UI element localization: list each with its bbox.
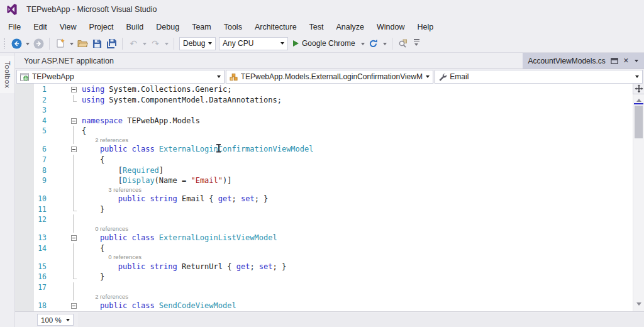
start-debugging-button[interactable]: Google Chrome bbox=[291, 39, 357, 48]
save-all-button[interactable] bbox=[106, 36, 117, 50]
toolbar-drag-handle[interactable] bbox=[3, 38, 6, 49]
code-line[interactable]: 8[Required] bbox=[15, 165, 633, 176]
undo-button[interactable]: ↶ bbox=[128, 36, 139, 50]
code-line[interactable]: 18public class SendCodeViewModel bbox=[15, 301, 633, 311]
type-dropdown[interactable]: TEPwebApp.Models.ExternalLoginConfirmati… bbox=[226, 70, 434, 84]
tab-accountviewmodels-preview[interactable]: AccountViewModels.cs ✕ bbox=[523, 53, 644, 69]
undo-dropdown[interactable] bbox=[143, 43, 147, 47]
scrollbar-thumb[interactable] bbox=[635, 106, 643, 138]
navigate-backward-dropdown[interactable] bbox=[26, 43, 30, 47]
menu-item-file[interactable]: File bbox=[2, 20, 27, 34]
tab-list-dropdown[interactable] bbox=[635, 60, 638, 64]
menu-item-edit[interactable]: Edit bbox=[27, 20, 53, 34]
menu-item-view[interactable]: View bbox=[53, 20, 83, 34]
code-line[interactable]: 10public string Email { get; set; } bbox=[15, 194, 633, 204]
run-target-dropdown[interactable] bbox=[361, 43, 365, 47]
menu-item-project[interactable]: Project bbox=[83, 20, 120, 34]
code-line[interactable]: 2using System.ComponentModel.DataAnnotat… bbox=[15, 95, 633, 106]
menu-item-debug[interactable]: Debug bbox=[150, 20, 186, 34]
menu-item-team[interactable]: Team bbox=[186, 20, 218, 34]
solution-platform-dropdown[interactable]: Any CPU bbox=[219, 37, 288, 50]
main-toolbar: ↶ ↷ Debug Any CPU Google Chrome bbox=[0, 35, 644, 53]
save-button[interactable] bbox=[91, 36, 103, 50]
close-icon[interactable]: ✕ bbox=[623, 57, 629, 64]
scroll-up-arrow-icon[interactable] bbox=[636, 96, 641, 102]
outline-collapse-button[interactable] bbox=[69, 233, 78, 243]
menu-item-tools[interactable]: Tools bbox=[218, 20, 248, 34]
redo-dropdown[interactable] bbox=[165, 43, 169, 47]
window-title: TEPwebApp - Microsoft Visual Studio bbox=[26, 5, 157, 14]
back-icon bbox=[11, 38, 22, 49]
outline-collapse-button[interactable] bbox=[69, 301, 78, 311]
play-icon bbox=[293, 40, 299, 47]
navigate-forward-button[interactable] bbox=[33, 36, 44, 50]
line-number: 17 bbox=[15, 282, 52, 293]
outline-guide bbox=[69, 214, 78, 225]
outline-guide bbox=[69, 126, 78, 136]
codelens-references[interactable]: 0 references bbox=[91, 225, 128, 233]
outline-collapse-button[interactable] bbox=[69, 144, 78, 155]
scroll-down-arrow-icon[interactable] bbox=[636, 302, 641, 308]
line-number: 7 bbox=[15, 155, 52, 165]
code-line[interactable]: 9[Display(Name = "Email")] bbox=[15, 175, 633, 186]
code-line[interactable]: 5{ bbox=[15, 126, 633, 136]
navigate-backward-button[interactable] bbox=[11, 36, 22, 50]
new-file-button[interactable] bbox=[55, 36, 66, 50]
code-line[interactable]: 4namespace TEPwebApp.Models bbox=[15, 116, 633, 126]
code-line[interactable]: 13public class ExternalLoginListViewMode… bbox=[15, 233, 633, 243]
editor-split-handle[interactable] bbox=[633, 84, 644, 94]
line-number: 15 bbox=[15, 262, 52, 272]
horizontal-scrollbar[interactable] bbox=[78, 313, 644, 327]
find-in-files-button[interactable] bbox=[397, 36, 409, 50]
open-file-button[interactable] bbox=[77, 36, 88, 50]
navigation-bar: TEPwebApp TEPwebApp.Models.ExternalLogin… bbox=[15, 70, 644, 84]
browser-link-dropdown[interactable] bbox=[383, 43, 387, 47]
outline-collapse-button[interactable] bbox=[69, 84, 78, 95]
menu-item-window[interactable]: Window bbox=[370, 20, 411, 34]
code-line[interactable]: 16} bbox=[15, 272, 633, 282]
code-line[interactable]: 15public string ReturnUrl { get; set; } bbox=[15, 262, 633, 272]
tab-your-aspnet-application[interactable]: Your ASP.NET application bbox=[24, 57, 114, 65]
code-line[interactable]: 12 bbox=[15, 214, 633, 225]
menu-item-test[interactable]: Test bbox=[303, 20, 330, 34]
code-text: public class ExternalLoginConfirmationVi… bbox=[78, 144, 313, 155]
menu-item-build[interactable]: Build bbox=[119, 20, 150, 34]
keep-open-icon[interactable] bbox=[611, 58, 618, 64]
menu-item-architecture[interactable]: Architecture bbox=[248, 20, 303, 34]
menu-item-analyze[interactable]: Analyze bbox=[330, 20, 370, 34]
open-folder-icon bbox=[77, 39, 88, 48]
menu-item-help[interactable]: Help bbox=[411, 20, 440, 34]
project-dropdown[interactable]: TEPwebApp bbox=[16, 70, 225, 84]
code-text: { bbox=[78, 126, 86, 136]
toolbox-tab[interactable]: Toolbox bbox=[0, 56, 14, 93]
caret-position-marker bbox=[634, 103, 643, 104]
codelens-references[interactable]: 2 references bbox=[91, 136, 128, 144]
codelens-references[interactable]: 2 references bbox=[91, 293, 128, 301]
chevron-down-icon bbox=[280, 42, 284, 47]
code-line[interactable]: 3 bbox=[15, 105, 633, 116]
code-line[interactable]: 11} bbox=[15, 204, 633, 215]
code-editor[interactable]: 1using System.Collections.Generic;2using… bbox=[15, 84, 644, 311]
codelens-references[interactable]: 3 references bbox=[104, 186, 142, 194]
new-file-dropdown[interactable] bbox=[70, 43, 74, 47]
code-line[interactable]: 6public class ExternalLoginConfirmationV… bbox=[15, 144, 633, 155]
browser-link-refresh-button[interactable] bbox=[368, 36, 379, 50]
code-line[interactable]: 1using System.Collections.Generic; bbox=[15, 84, 633, 95]
codelens-references[interactable]: 0 references bbox=[104, 253, 142, 261]
solution-configuration-dropdown[interactable]: Debug bbox=[179, 37, 216, 50]
toolbar-overflow-button[interactable] bbox=[412, 38, 421, 49]
redo-button[interactable]: ↷ bbox=[150, 36, 161, 50]
line-number: 18 bbox=[15, 301, 52, 311]
member-dropdown[interactable]: Email bbox=[435, 70, 643, 84]
code-line[interactable]: 17 bbox=[15, 282, 633, 293]
zoom-level-dropdown[interactable]: 100 % bbox=[37, 314, 74, 326]
outline-collapse-button[interactable] bbox=[69, 116, 78, 126]
new-file-icon bbox=[56, 38, 65, 48]
code-line[interactable]: 7{ bbox=[15, 155, 633, 165]
code-text: { bbox=[78, 243, 104, 254]
outline-guide bbox=[69, 95, 78, 106]
vertical-scrollbar[interactable] bbox=[633, 84, 644, 311]
code-line[interactable]: 14{ bbox=[15, 243, 633, 254]
outline-guide bbox=[69, 262, 78, 272]
menu-bar: FileEditViewProjectBuildDebugTeamToolsAr… bbox=[0, 19, 644, 35]
